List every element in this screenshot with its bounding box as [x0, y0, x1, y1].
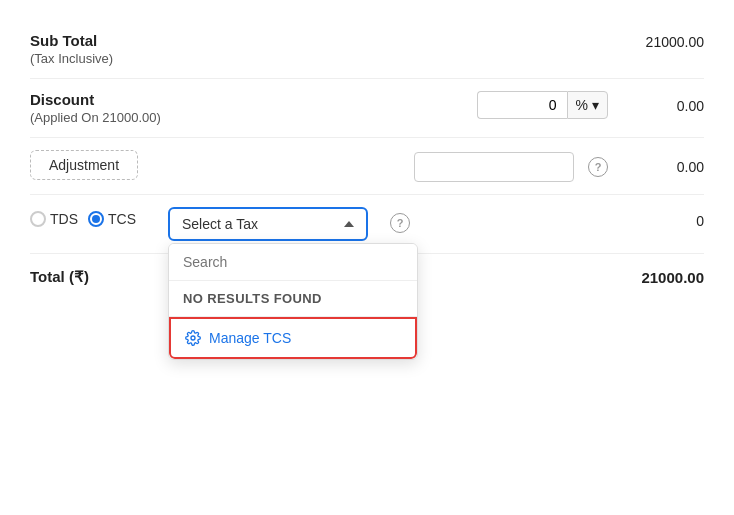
manage-tcs-label: Manage TCS	[209, 330, 291, 346]
discount-input[interactable]	[477, 91, 567, 119]
total-value: 21000.00	[641, 269, 704, 286]
tds-radio[interactable]: TDS	[30, 211, 78, 227]
total-label: Total (₹)	[30, 268, 89, 286]
percent-label: %	[576, 97, 588, 113]
discount-sublabel: (Applied On 21000.00)	[30, 110, 161, 125]
tds-radio-outer	[30, 211, 46, 227]
manage-tcs-button[interactable]: Manage TCS	[169, 317, 417, 359]
adjustment-button[interactable]: Adjustment	[30, 150, 138, 180]
chevron-up-icon	[344, 221, 354, 227]
tax-dropdown-panel: NO RESULTS FOUND Manage TCS	[168, 243, 418, 360]
tcs-radio-inner	[92, 215, 100, 223]
discount-value: 0.00	[624, 96, 704, 114]
adjustment-row: Adjustment ? 0.00	[30, 138, 704, 195]
percent-dropdown[interactable]: % ▾	[567, 91, 608, 119]
select-tax-container: Select a Tax NO RESULTS FOUND Manage TCS	[168, 207, 368, 241]
discount-label: Discount	[30, 91, 161, 108]
tcs-help-icon[interactable]: ?	[390, 213, 410, 233]
no-results-label: NO RESULTS FOUND	[169, 281, 417, 317]
tcs-radio[interactable]: TCS	[88, 211, 136, 227]
adjustment-label-group: Adjustment	[30, 150, 138, 180]
discount-row: Discount (Applied On 21000.00) % ▾ 0.00	[30, 79, 704, 138]
adjustment-input[interactable]	[414, 152, 574, 182]
gear-icon	[185, 330, 201, 346]
subtotal-label: Sub Total	[30, 32, 113, 49]
tcs-radio-outer	[88, 211, 104, 227]
subtotal-value: 21000.00	[624, 32, 704, 50]
adjustment-value: 0.00	[624, 157, 704, 175]
discount-controls: % ▾	[477, 91, 608, 119]
subtotal-label-group: Sub Total (Tax Inclusive)	[30, 32, 113, 66]
tds-tcs-left: TDS TCS	[30, 207, 136, 227]
radio-group: TDS TCS	[30, 211, 136, 227]
dropdown-arrow: ▾	[592, 97, 599, 113]
subtotal-row: Sub Total (Tax Inclusive) 21000.00	[30, 20, 704, 79]
discount-label-group: Discount (Applied On 21000.00)	[30, 91, 161, 125]
tds-label: TDS	[50, 211, 78, 227]
adjustment-controls: ?	[414, 152, 608, 182]
adjustment-help-icon[interactable]: ?	[588, 157, 608, 177]
tcs-value: 0	[664, 207, 704, 229]
select-tax-button[interactable]: Select a Tax	[168, 207, 368, 241]
select-tax-label: Select a Tax	[182, 216, 258, 232]
tds-tcs-row: TDS TCS Select a Tax NO RESULTS F	[30, 195, 704, 254]
tcs-label: TCS	[108, 211, 136, 227]
subtotal-sublabel: (Tax Inclusive)	[30, 51, 113, 66]
svg-point-0	[191, 336, 195, 340]
dropdown-search-input[interactable]	[169, 244, 417, 281]
